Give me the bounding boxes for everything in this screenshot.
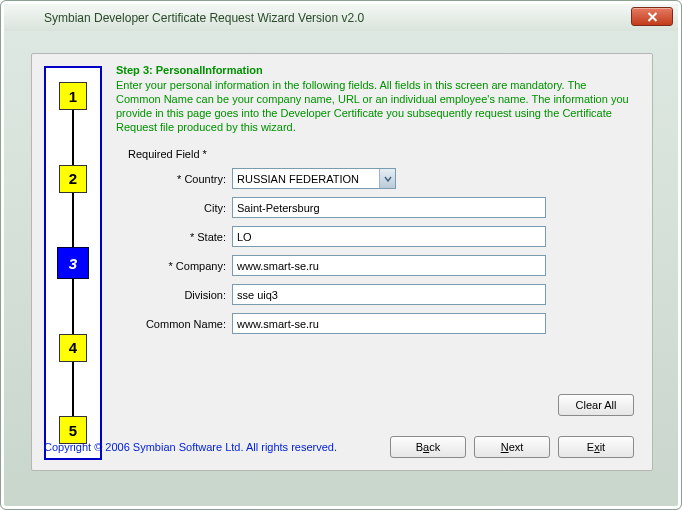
step-3-active[interactable]: 3 — [57, 247, 89, 279]
row-division: Division: — [116, 284, 634, 305]
content-area: Step 3: PersonalInformation Enter your p… — [116, 64, 634, 416]
label-division: Division: — [116, 289, 232, 301]
step-connector — [72, 279, 74, 334]
footer: Copyright © 2006 Symbian Software Ltd. A… — [44, 436, 634, 458]
city-input[interactable] — [232, 197, 546, 218]
country-select[interactable]: RUSSIAN FEDERATION — [232, 168, 396, 189]
clear-all-button[interactable]: Clear All — [558, 394, 634, 416]
step-navigator: 1 2 3 4 5 — [44, 66, 102, 460]
step-title: Step 3: PersonalInformation — [116, 64, 634, 76]
state-input[interactable] — [232, 226, 546, 247]
client-area: 1 2 3 4 5 Step 3: PersonalInformation En… — [31, 53, 653, 471]
instructions-text: Enter your personal information in the f… — [116, 78, 634, 134]
row-company: * Company: — [116, 255, 634, 276]
step-connector — [72, 110, 74, 165]
required-field-label: Required Field * — [128, 148, 634, 160]
close-icon — [646, 12, 659, 22]
label-city: City: — [116, 202, 232, 214]
country-value: RUSSIAN FEDERATION — [233, 173, 379, 185]
dropdown-button[interactable] — [379, 169, 395, 188]
titlebar[interactable]: Symbian Developer Certificate Request Wi… — [4, 4, 678, 31]
step-1[interactable]: 1 — [59, 82, 87, 110]
exit-button[interactable]: Exit — [558, 436, 634, 458]
common-name-input[interactable] — [232, 313, 546, 334]
row-state: * State: — [116, 226, 634, 247]
row-common-name: Common Name: — [116, 313, 634, 334]
back-button[interactable]: Back — [390, 436, 466, 458]
window-frame: Symbian Developer Certificate Request Wi… — [0, 0, 682, 510]
label-company: * Company: — [116, 260, 232, 272]
step-connector — [72, 193, 74, 248]
window-title: Symbian Developer Certificate Request Wi… — [44, 11, 364, 25]
row-country: * Country: RUSSIAN FEDERATION — [116, 168, 634, 189]
row-city: City: — [116, 197, 634, 218]
division-input[interactable] — [232, 284, 546, 305]
step-connector — [72, 362, 74, 417]
close-button[interactable] — [631, 7, 673, 26]
label-country: * Country: — [116, 173, 232, 185]
chevron-down-icon — [384, 176, 392, 182]
step-2[interactable]: 2 — [59, 165, 87, 193]
step-4[interactable]: 4 — [59, 334, 87, 362]
company-input[interactable] — [232, 255, 546, 276]
label-common-name: Common Name: — [116, 318, 232, 330]
next-button[interactable]: Next — [474, 436, 550, 458]
copyright-text: Copyright © 2006 Symbian Software Ltd. A… — [44, 441, 382, 453]
label-state: * State: — [116, 231, 232, 243]
